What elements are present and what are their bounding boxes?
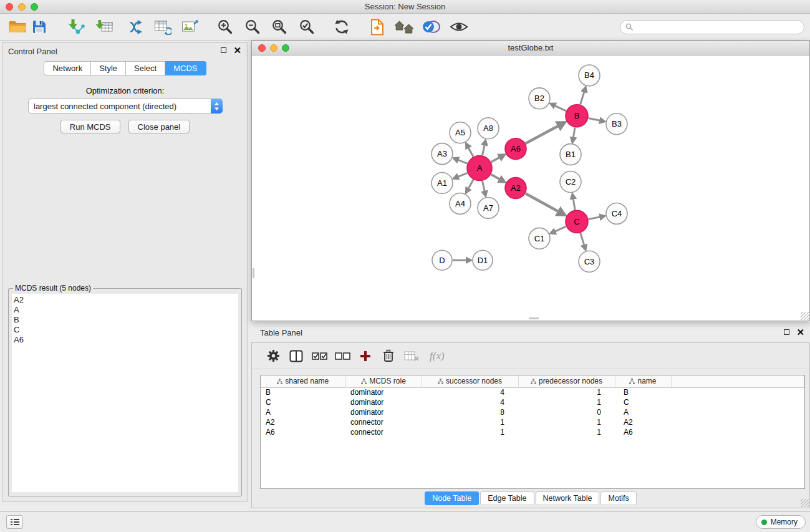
table-cell[interactable]: A2 [261, 417, 345, 427]
graph-node-B3[interactable]: B3 [606, 114, 627, 135]
import-table-button[interactable] [94, 17, 115, 37]
table-cell[interactable]: dominator [345, 407, 422, 417]
table-cell[interactable]: 4 [422, 387, 518, 397]
table-cell[interactable]: 1 [518, 397, 615, 407]
graph-node-A6[interactable]: A6 [505, 138, 526, 160]
graph-node-C3[interactable]: C3 [579, 251, 600, 272]
graph-edge-C-C2[interactable] [572, 194, 575, 210]
mcds-result-list[interactable]: A2ABCA6 [12, 294, 238, 492]
criterion-dropdown[interactable]: largest connected component (directed) [28, 99, 223, 114]
table-row[interactable]: Adominator80A [261, 407, 804, 417]
import-network-button[interactable] [65, 17, 87, 37]
table-cell[interactable]: B [615, 387, 671, 397]
graph-edge-B-B4[interactable] [581, 87, 586, 105]
show-all-button[interactable] [393, 17, 415, 37]
table-cell[interactable]: C [261, 397, 345, 407]
graph-node-A7[interactable]: A7 [478, 197, 499, 218]
close-network-window-button[interactable] [258, 44, 266, 52]
tab-node-table[interactable]: Node Table [425, 491, 479, 505]
table-cell[interactable]: 1 [518, 427, 615, 437]
mcds-result-item[interactable]: A2 [14, 295, 238, 305]
new-table-button[interactable] [152, 17, 173, 37]
column-header-predecessor-nodes[interactable]: predecessor nodes [518, 375, 615, 387]
table-cell[interactable]: 1 [518, 417, 615, 427]
network-graph[interactable]: B4B2BB3A5A8A6B1A3AA1A2C2A4A7C4CC1C3DD1 [252, 56, 809, 321]
tab-mcds[interactable]: MCDS [165, 61, 206, 75]
table-cell[interactable]: connector [345, 417, 422, 427]
column-header-mcds-role[interactable]: MCDS role [345, 375, 422, 387]
graph-edge-B-B1[interactable] [572, 128, 575, 142]
network-canvas[interactable]: B4B2BB3A5A8A6B1A3AA1A2C2A4A7C4CC1C3DD1 [252, 56, 809, 321]
search-input[interactable] [634, 23, 804, 32]
table-resize-grip[interactable] [801, 499, 809, 507]
table-row[interactable]: A6connector11A6 [261, 427, 804, 437]
new-network-button[interactable] [125, 17, 147, 37]
delete-table-button[interactable] [403, 347, 420, 365]
table-cell[interactable]: A2 [615, 417, 671, 427]
deselect-all-button[interactable] [334, 347, 351, 365]
zoom-network-window-button[interactable] [282, 44, 289, 52]
mcds-result-item[interactable]: A6 [14, 335, 238, 345]
graph-node-D[interactable]: D [432, 250, 452, 270]
table-cell[interactable]: A [615, 407, 671, 417]
graph-node-B1[interactable]: B1 [560, 144, 581, 165]
table-cell[interactable]: 4 [422, 397, 518, 407]
graph-node-C4[interactable]: C4 [606, 203, 627, 224]
graph-edge-A-A7[interactable] [483, 181, 486, 196]
refresh-button[interactable] [331, 17, 352, 37]
float-panel-icon[interactable] [221, 47, 226, 53]
graph-node-B4[interactable]: B4 [579, 65, 600, 86]
horizontal-scrollbar-thumb[interactable] [529, 317, 539, 319]
close-panel-button[interactable]: Close panel [128, 120, 190, 133]
delete-column-button[interactable] [380, 347, 397, 365]
table-cell[interactable]: 1 [422, 427, 518, 437]
zoom-fit-button[interactable] [269, 17, 290, 37]
column-header-successor-nodes[interactable]: successor nodes [422, 375, 518, 387]
graph-edge-C-C4[interactable] [589, 216, 605, 219]
resize-grip[interactable] [801, 312, 809, 320]
table-cell[interactable]: connector [345, 427, 422, 437]
table-cell[interactable]: 1 [518, 387, 615, 397]
table-cell[interactable]: A6 [615, 427, 671, 437]
table-cell[interactable]: B [261, 387, 345, 397]
graph-edge-A6-B[interactable] [526, 122, 564, 143]
graph-edge-A-A5[interactable] [466, 143, 473, 157]
show-panels-button[interactable] [6, 515, 23, 529]
minimize-network-window-button[interactable] [270, 44, 277, 52]
table-row[interactable]: A2connector11A2 [261, 417, 804, 427]
tab-motifs[interactable]: Motifs [600, 491, 636, 505]
graph-edge-A2-C[interactable] [526, 193, 565, 215]
graph-edge-A-A8[interactable] [483, 140, 486, 155]
table-cell[interactable]: dominator [345, 387, 422, 397]
graph-node-A1[interactable]: A1 [432, 173, 453, 194]
graph-edge-B-B3[interactable] [589, 118, 605, 122]
close-panel-icon[interactable]: ✕ [233, 47, 241, 54]
column-header-name[interactable]: name [615, 375, 671, 387]
select-all-button[interactable] [311, 347, 328, 365]
select-mode-button[interactable] [420, 17, 441, 37]
save-session-button[interactable] [29, 17, 50, 37]
table-settings-button[interactable] [264, 347, 282, 365]
graph-edge-A-A3[interactable] [454, 158, 468, 163]
vertical-scrollbar-thumb[interactable] [253, 268, 254, 278]
graph-node-B2[interactable]: B2 [529, 88, 550, 109]
graph-node-A4[interactable]: A4 [450, 193, 471, 214]
open-session-button[interactable] [7, 17, 28, 37]
graph-edge-C-C1[interactable] [551, 226, 566, 233]
graph-edge-B-B2[interactable] [551, 104, 566, 110]
table-cell[interactable]: 1 [422, 417, 518, 427]
table-row[interactable]: Cdominator41C [261, 397, 804, 407]
tab-edge-table[interactable]: Edge Table [480, 491, 534, 505]
export-image-button[interactable] [180, 17, 201, 37]
table-cell[interactable]: 0 [518, 407, 615, 417]
graph-edge-A-A4[interactable] [466, 180, 473, 193]
graph-node-C1[interactable]: C1 [529, 228, 550, 249]
graph-node-A5[interactable]: A5 [450, 122, 471, 143]
graph-edge-A-A1[interactable] [454, 173, 468, 178]
tab-network-table[interactable]: Network Table [536, 491, 600, 505]
table-cell[interactable]: 8 [422, 407, 518, 417]
mcds-result-item[interactable]: C [14, 325, 238, 335]
graph-node-A8[interactable]: A8 [478, 118, 499, 139]
column-header-shared-name[interactable]: shared name [261, 375, 345, 387]
close-table-panel-icon[interactable]: ✕ [796, 329, 804, 336]
